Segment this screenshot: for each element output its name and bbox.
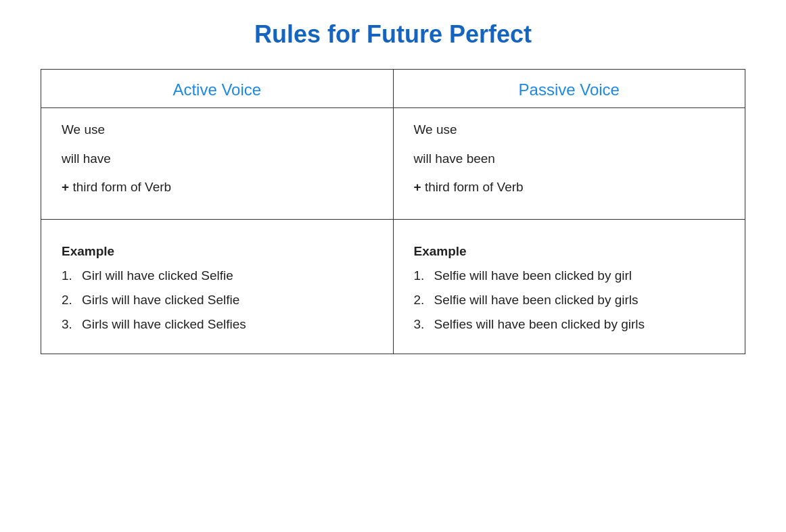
- passive-example-2-text: Selfie will have been clicked by girls: [434, 293, 639, 308]
- active-example-1: 1. Girl will have clicked Selfie: [62, 268, 373, 283]
- passive-rule-line3: + third form of Verb: [414, 178, 725, 197]
- passive-examples-cell: Example 1. Selfie will have been clicked…: [393, 219, 745, 354]
- passive-example-1-text: Selfie will have been clicked by girl: [434, 268, 632, 283]
- page-title: Rules for Future Perfect: [254, 20, 532, 49]
- passive-plus-sign: +: [414, 180, 421, 194]
- active-example-2-text: Girls will have clicked Selfie: [82, 293, 239, 308]
- active-example-3: 3. Girls will have clicked Selfies: [62, 317, 373, 332]
- passive-rule-line1: We use: [414, 120, 725, 140]
- active-example-3-num: 3.: [62, 317, 82, 332]
- passive-rule-line2: will have been: [414, 149, 725, 169]
- active-example-label: Example: [62, 244, 373, 259]
- passive-example-2-num: 2.: [414, 293, 434, 308]
- passive-example-2: 2. Selfie will have been clicked by girl…: [414, 293, 725, 308]
- active-example-2: 2. Girls will have clicked Selfie: [62, 293, 373, 308]
- active-rule-line2: will have: [62, 149, 373, 169]
- passive-rules-cell: We use will have been + third form of Ve…: [393, 108, 745, 220]
- active-rule-line1: We use: [62, 120, 373, 140]
- passive-example-1: 1. Selfie will have been clicked by girl: [414, 268, 725, 283]
- active-example-1-num: 1.: [62, 268, 82, 283]
- active-plus-sign: +: [62, 180, 69, 194]
- active-examples-cell: Example 1. Girl will have clicked Selfie…: [41, 219, 394, 354]
- passive-example-list: 1. Selfie will have been clicked by girl…: [414, 268, 725, 332]
- passive-verb-form: third form of Verb: [425, 180, 524, 194]
- passive-example-label: Example: [414, 244, 725, 259]
- active-example-list: 1. Girl will have clicked Selfie 2. Girl…: [62, 268, 373, 332]
- passive-example-1-num: 1.: [414, 268, 434, 283]
- active-example-2-num: 2.: [62, 293, 82, 308]
- passive-voice-header: Passive Voice: [393, 70, 745, 108]
- passive-example-3-num: 3.: [414, 317, 434, 332]
- passive-example-3: 3. Selfies will have been clicked by gir…: [414, 317, 725, 332]
- active-rules-cell: We use will have + third form of Verb: [41, 108, 394, 220]
- active-example-3-text: Girls will have clicked Selfies: [82, 317, 246, 332]
- rules-table: Active Voice Passive Voice We use will h…: [41, 69, 745, 354]
- active-voice-header: Active Voice: [41, 70, 394, 108]
- active-rule-line3: + third form of Verb: [62, 178, 373, 197]
- active-verb-form: third form of Verb: [72, 180, 171, 194]
- active-example-1-text: Girl will have clicked Selfie: [82, 268, 233, 283]
- passive-example-3-text: Selfies will have been clicked by girls: [434, 317, 645, 332]
